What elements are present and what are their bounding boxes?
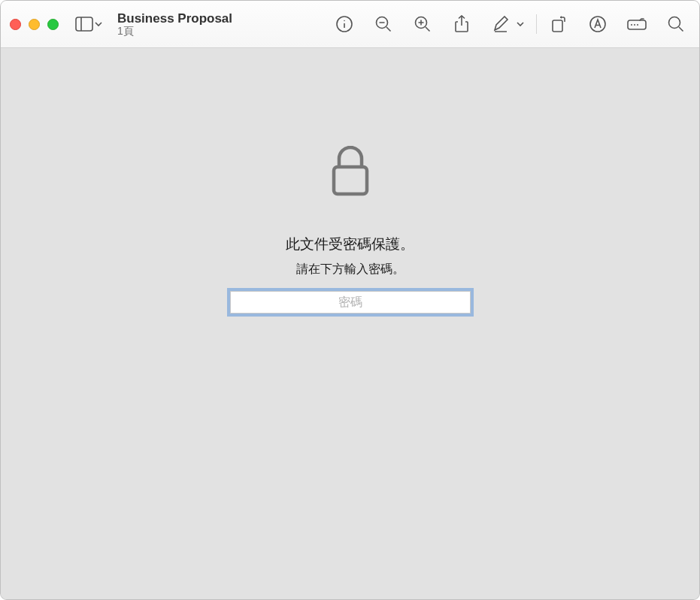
form-button[interactable] — [627, 14, 647, 34]
svg-line-6 — [386, 27, 391, 32]
svg-line-21 — [679, 27, 683, 32]
zoom-in-button[interactable] — [413, 14, 432, 34]
info-icon — [336, 16, 353, 32]
zoom-out-button[interactable] — [374, 14, 393, 34]
document-pages: 1頁 — [117, 26, 232, 37]
maximize-window-button[interactable] — [47, 19, 59, 30]
password-field-wrap — [230, 291, 471, 314]
share-button[interactable] — [452, 14, 471, 34]
document-title: Business Proposal — [117, 11, 232, 26]
markup-dropdown-button[interactable] — [517, 22, 524, 27]
app-window: Business Proposal 1頁 — [0, 0, 700, 600]
rotate-button[interactable] — [549, 14, 568, 34]
svg-point-18 — [634, 24, 635, 26]
share-icon — [454, 15, 469, 33]
password-input[interactable] — [230, 291, 471, 314]
form-icon — [627, 18, 647, 30]
sidebar-icon — [75, 17, 93, 32]
protected-heading: 此文件受密碼保護。 — [286, 235, 414, 254]
search-button[interactable] — [666, 14, 686, 34]
info-button[interactable] — [335, 14, 354, 34]
chevron-down-icon — [95, 22, 102, 27]
close-window-button[interactable] — [10, 19, 21, 30]
markup-icon — [492, 16, 509, 32]
toolbar — [335, 14, 690, 34]
toolbar-separator — [536, 14, 537, 34]
svg-point-17 — [631, 24, 632, 26]
svg-point-19 — [637, 24, 638, 26]
protected-subtext: 請在下方輸入密碼。 — [296, 262, 405, 277]
window-controls — [10, 19, 59, 30]
highlight-icon — [589, 16, 606, 32]
svg-point-4 — [344, 20, 345, 22]
title-block: Business Proposal 1頁 — [117, 11, 232, 38]
svg-point-20 — [669, 17, 680, 29]
minimize-window-button[interactable] — [29, 19, 40, 30]
lock-icon — [330, 146, 371, 197]
svg-rect-22 — [334, 167, 367, 194]
sidebar-toggle-button[interactable] — [75, 17, 102, 32]
highlight-button[interactable] — [588, 14, 608, 34]
svg-rect-0 — [76, 17, 92, 31]
titlebar: Business Proposal 1頁 — [1, 1, 699, 48]
markup-button[interactable] — [491, 14, 511, 34]
svg-line-9 — [426, 27, 430, 32]
zoom-out-icon — [375, 16, 392, 32]
content-area: 此文件受密碼保護。 請在下方輸入密碼。 — [1, 48, 699, 599]
chevron-down-icon — [517, 22, 524, 27]
search-icon — [668, 16, 684, 32]
svg-rect-14 — [553, 20, 562, 32]
rotate-icon — [550, 16, 567, 32]
zoom-in-icon — [414, 16, 431, 32]
